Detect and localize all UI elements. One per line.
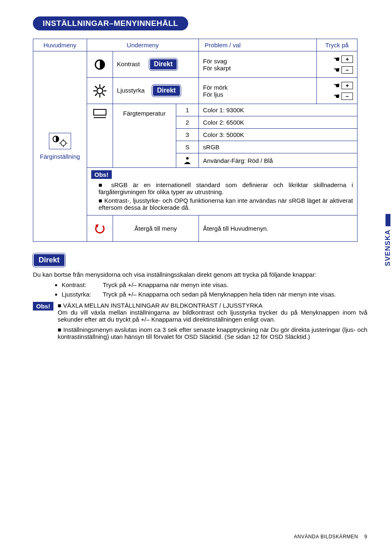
footer-text: ANVÄNDA BILDSKÄRMEN [294, 534, 358, 540]
obs-badge: Obs! [91, 170, 112, 179]
row-contrast: Färginställning Kontrast Direkt För svag… [33, 51, 357, 78]
contrast-too-sharp: För skarpt [203, 65, 312, 72]
color-desc-s: sRGB [199, 141, 357, 153]
submenu-colortemp-label: Färgtemperatur [113, 104, 176, 168]
contrast-direkt-badge: Direkt [149, 58, 178, 70]
minus-key[interactable]: – [341, 93, 353, 100]
color-opt-3: 3 [176, 129, 198, 141]
col-press: Tryck på [316, 39, 357, 51]
contrast-too-weak: För svag [203, 58, 312, 65]
color-settings-icon [49, 133, 71, 149]
svg-line-13 [103, 94, 104, 95]
direkt-term-2: Ljusstyrka: [62, 291, 103, 298]
brightness-keys: ☚+ ☚– [321, 81, 353, 101]
language-side-tab: SVENSKA [384, 214, 392, 266]
color-opt-2: 2 [176, 116, 198, 129]
colortemp-icon [87, 104, 113, 168]
svg-line-12 [95, 86, 97, 88]
direkt-body-1: Tryck på +/– Knapparna när menyn inte vi… [103, 281, 367, 288]
direkt-term-1: Kontrast: [62, 281, 103, 288]
direkt-section-title: Direkt [33, 253, 65, 267]
section-heading: INSTÄLLNINGAR–MENYINNEHÅLL [33, 16, 188, 30]
side-tab-bar-icon [385, 214, 390, 226]
arrow-icon: ☚ [333, 65, 340, 74]
direkt-bullet-1: Kontrast: Tryck på +/– Knapparna när men… [62, 281, 367, 288]
brightness-problem: För mörk För ljus [199, 78, 317, 104]
main-menu-label: Färginställning [37, 153, 83, 160]
svg-line-14 [103, 86, 104, 88]
side-tab-label: SVENSKA [384, 229, 392, 266]
svg-rect-16 [94, 109, 106, 115]
plus-key[interactable]: + [341, 82, 353, 89]
settings-table: Huvudmeny Undermeny Problem / val Tryck … [33, 39, 357, 242]
col-sub: Undermeny [87, 39, 198, 51]
obs-note-cell: Obs! sRGB är en internationell standard … [87, 168, 357, 215]
color-opt-s: S [176, 141, 198, 153]
color-desc-3: Color 3: 5000K [199, 129, 357, 141]
brightness-too-dark: För mörk [203, 84, 312, 91]
arrow-icon: ☚ [333, 92, 340, 101]
col-problem: Problem / val [199, 39, 317, 51]
direkt-bullet-2: Ljusstyrka: Tryck på +/– Knapparna och s… [62, 291, 367, 298]
table-header-row: Huvudmeny Undermeny Problem / val Tryck … [33, 39, 357, 51]
svg-line-15 [95, 94, 97, 95]
lower-obs-badge: Obs! [33, 302, 53, 310]
brightness-too-light: För ljus [203, 91, 312, 98]
svg-point-7 [97, 88, 103, 94]
contrast-keys: ☚+ ☚– [321, 55, 353, 74]
arrow-icon: ☚ [333, 81, 340, 90]
obs-item-1: sRGB är en internationell standard som d… [99, 181, 353, 195]
lower-obs-section: Obs! VÄXLA MELLAN INSTÄLLNINGAR AV BILDK… [33, 302, 367, 343]
minus-key[interactable]: – [341, 66, 353, 74]
return-icon [87, 215, 113, 242]
footer-page: 9 [364, 534, 367, 540]
return-desc: Återgå till Huvudmenyn. [199, 215, 357, 242]
color-desc-user: Användar-Färg: Röd / Blå [199, 153, 357, 168]
plus-key[interactable]: + [341, 56, 353, 63]
lower-obs-item-2: Inställningsmenyn avslutas inom ca 3 sek… [58, 326, 367, 340]
page-footer: ANVÄNDA BILDSKÄRMEN 9 [294, 534, 367, 540]
submenu-return-label: Återgå till meny [113, 215, 198, 242]
contrast-cell: Kontrast Direkt [113, 51, 198, 78]
direkt-intro: Du kan bortse från menysidorna och visa … [33, 271, 367, 278]
obs-item-2: Kontrast-, ljusstyrke- och OPQ funktione… [99, 197, 353, 211]
direkt-section: Direkt Du kan bortse från menysidorna oc… [33, 253, 367, 343]
color-desc-2: Color 2: 6500K [199, 116, 357, 129]
arrow-icon: ☚ [333, 55, 340, 64]
color-desc-1: Color 1: 9300K [199, 104, 357, 116]
submenu-brightness-label: Ljusstyrka [117, 87, 145, 94]
contrast-icon [87, 51, 113, 78]
lower-obs-item-1: VÄXLA MELLAN INSTÄLLNINGAR AV BILDKONTRA… [58, 302, 367, 323]
col-main: Huvudmeny [33, 39, 87, 51]
direkt-body-2: Tryck på +/– Knapparna och sedan på Meny… [103, 291, 367, 298]
main-menu-cell: Färginställning [33, 51, 87, 242]
brightness-icon [87, 78, 113, 104]
brightness-cell: Ljusstyrka Direkt [113, 78, 198, 104]
svg-point-1 [61, 141, 66, 146]
brightness-direkt-badge: Direkt [152, 85, 180, 97]
svg-point-18 [186, 157, 189, 160]
submenu-contrast-label: Kontrast [117, 60, 140, 67]
contrast-problem: För svag För skarpt [199, 51, 317, 78]
user-icon [176, 153, 198, 168]
color-opt-1: 1 [176, 104, 198, 116]
